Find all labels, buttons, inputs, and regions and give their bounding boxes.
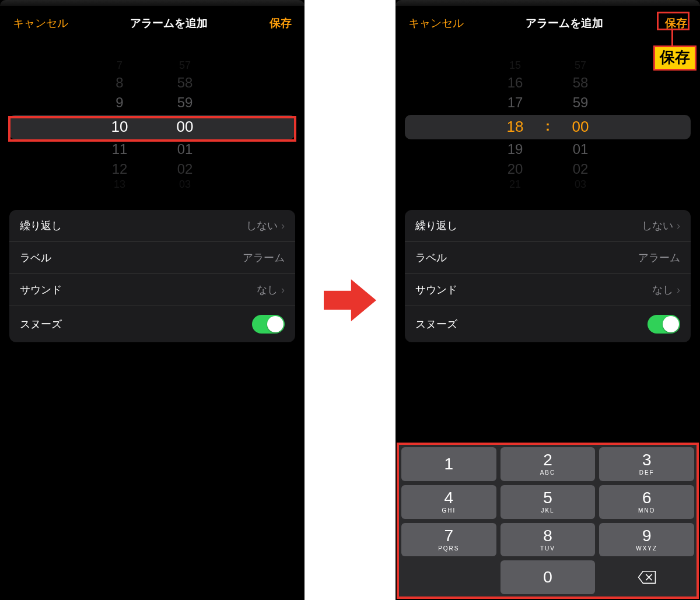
- hour-column[interactable]: 15 16 17 18 19 20 21: [495, 52, 536, 198]
- keypad-digit: 0: [543, 569, 552, 585]
- sound-value: なし: [652, 283, 673, 297]
- toggle-knob: [267, 316, 284, 332]
- keypad-letters: GHI: [442, 507, 456, 514]
- hour-option[interactable]: 21: [495, 178, 536, 191]
- keypad-letters: JKL: [541, 507, 554, 514]
- keypad-digit: 8: [543, 528, 552, 544]
- annotation-picker-highlight: [8, 116, 296, 142]
- sound-row[interactable]: サウンド なし›: [9, 274, 295, 306]
- label-row[interactable]: ラベル アラーム: [405, 242, 691, 274]
- minute-option[interactable]: 01: [164, 141, 205, 157]
- keypad-letters: DEF: [639, 469, 654, 476]
- keypad-key-8[interactable]: 8TUV: [501, 523, 596, 557]
- minute-selected[interactable]: 00: [560, 118, 601, 136]
- chevron-right-icon: ›: [281, 220, 285, 232]
- hour-selected[interactable]: 18: [495, 118, 536, 136]
- page-title: アラームを追加: [130, 16, 208, 31]
- keypad-digit: 5: [543, 490, 552, 506]
- left-screenshot: キャンセル アラームを追加 保存 7 8 9 10 11 12 13 57 58…: [0, 0, 304, 600]
- label-row[interactable]: ラベル アラーム: [9, 242, 295, 274]
- time-picker[interactable]: 15 16 17 18 19 20 21 57 58 59 00 01 02 0…: [405, 52, 691, 198]
- hour-option[interactable]: 19: [495, 141, 536, 157]
- keypad-key-7[interactable]: 7PQRS: [401, 523, 496, 557]
- annotation-connector-line: [671, 30, 673, 45]
- arrow-right-icon: [324, 277, 376, 324]
- label-value: アラーム: [638, 251, 680, 265]
- keypad-letters: ABC: [540, 469, 556, 476]
- repeat-row[interactable]: 繰り返し しない›: [9, 210, 295, 242]
- hour-option[interactable]: 11: [99, 141, 140, 157]
- alarm-settings-list: 繰り返し しない› ラベル アラーム サウンド なし› スヌーズ: [405, 210, 691, 342]
- keypad-letters: WXYZ: [636, 545, 657, 552]
- alarm-settings-list: 繰り返し しない› ラベル アラーム サウンド なし› スヌーズ: [9, 210, 295, 342]
- transition-arrow-area: [304, 0, 396, 600]
- minute-option[interactable]: 02: [164, 161, 205, 177]
- chevron-right-icon: ›: [281, 284, 285, 296]
- cancel-button[interactable]: キャンセル: [13, 16, 68, 31]
- hour-option[interactable]: 13: [99, 178, 140, 191]
- hour-option[interactable]: 8: [99, 75, 140, 91]
- keypad-digit: 3: [642, 452, 652, 468]
- keypad-key-5[interactable]: 5JKL: [501, 485, 596, 519]
- keypad-key-0[interactable]: 0: [501, 560, 596, 594]
- keypad-key-4[interactable]: 4GHI: [401, 485, 496, 519]
- backspace-icon: [637, 570, 657, 585]
- keypad-digit: 1: [444, 456, 454, 472]
- minute-option[interactable]: 03: [560, 178, 601, 191]
- snooze-toggle[interactable]: [648, 315, 680, 334]
- snooze-label: スヌーズ: [415, 317, 457, 331]
- minute-option[interactable]: 58: [560, 75, 601, 91]
- hour-option[interactable]: 12: [99, 161, 140, 177]
- label-label: ラベル: [20, 251, 51, 265]
- keypad-key-6[interactable]: 6MNO: [599, 485, 694, 519]
- hour-option[interactable]: 15: [495, 59, 536, 72]
- svg-marker-0: [324, 279, 376, 321]
- keypad-digit: 7: [444, 528, 454, 544]
- repeat-label: 繰り返し: [415, 219, 457, 233]
- hour-option[interactable]: 17: [495, 94, 536, 111]
- snooze-toggle[interactable]: [252, 315, 285, 334]
- numeric-keypad: 12ABC3DEF4GHI5JKL6MNO7PQRS8TUV9WXYZ0: [397, 443, 699, 599]
- modal-header: キャンセル アラームを追加 保存: [396, 10, 700, 36]
- repeat-value: しない: [246, 219, 278, 233]
- keypad-letters: PQRS: [438, 545, 459, 552]
- repeat-label: 繰り返し: [20, 219, 62, 233]
- toggle-knob: [663, 316, 679, 332]
- keypad-digit: 4: [444, 490, 454, 506]
- sheet-handle: [396, 0, 700, 6]
- hour-option[interactable]: 9: [99, 94, 140, 111]
- hour-option[interactable]: 16: [495, 75, 536, 91]
- minute-option[interactable]: 58: [164, 75, 205, 91]
- hour-option[interactable]: 20: [495, 161, 536, 177]
- snooze-row: スヌーズ: [405, 306, 691, 342]
- sound-label: サウンド: [20, 283, 62, 297]
- snooze-label: スヌーズ: [20, 317, 62, 331]
- time-colon: :: [545, 118, 550, 134]
- sound-row[interactable]: サウンド なし›: [405, 274, 691, 306]
- minute-option[interactable]: 59: [164, 94, 205, 111]
- minute-option[interactable]: 57: [164, 59, 205, 72]
- minute-column[interactable]: 57 58 59 00 01 02 03: [560, 52, 601, 198]
- keypad-delete-button[interactable]: [599, 560, 694, 594]
- keypad-spacer: [401, 560, 496, 594]
- keypad-key-9[interactable]: 9WXYZ: [599, 523, 694, 557]
- minute-option[interactable]: 03: [164, 178, 205, 191]
- save-button[interactable]: 保存: [270, 16, 292, 31]
- minute-option[interactable]: 02: [560, 161, 601, 177]
- minute-option[interactable]: 59: [560, 94, 601, 111]
- hour-option[interactable]: 7: [99, 59, 140, 72]
- keypad-key-1[interactable]: 1: [401, 447, 496, 481]
- sound-label: サウンド: [415, 283, 457, 297]
- cancel-button[interactable]: キャンセル: [408, 16, 464, 31]
- minute-option[interactable]: 57: [560, 59, 601, 72]
- keypad-letters: TUV: [540, 545, 555, 552]
- sound-value: なし: [257, 283, 278, 297]
- keypad-key-3[interactable]: 3DEF: [599, 447, 694, 481]
- label-label: ラベル: [415, 251, 447, 265]
- page-title: アラームを追加: [526, 16, 603, 31]
- right-screenshot: キャンセル アラームを追加 保存 保存 15 16 17 18 19 20 21…: [396, 0, 700, 600]
- snooze-row: スヌーズ: [9, 306, 295, 342]
- keypad-key-2[interactable]: 2ABC: [501, 447, 596, 481]
- minute-option[interactable]: 01: [560, 141, 601, 157]
- repeat-row[interactable]: 繰り返し しない›: [405, 210, 691, 242]
